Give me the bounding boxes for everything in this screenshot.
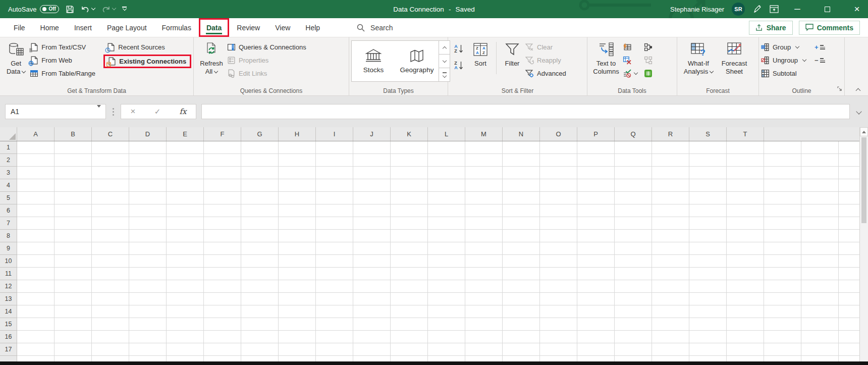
column-header-q[interactable]: Q xyxy=(615,127,652,141)
geography-button[interactable]: Geography xyxy=(395,41,439,81)
column-header-f[interactable]: F xyxy=(204,127,241,141)
row-header-2[interactable]: 2 xyxy=(0,154,17,167)
row-header-5[interactable]: 5 xyxy=(0,192,17,204)
select-all-button[interactable] xyxy=(0,127,17,141)
row-header-13[interactable]: 13 xyxy=(0,293,17,305)
column-header-n[interactable]: N xyxy=(503,127,540,141)
scrollbar-thumb[interactable] xyxy=(861,137,866,223)
redo-button[interactable] xyxy=(101,5,116,13)
undo-button[interactable] xyxy=(81,5,95,13)
row-header-8[interactable]: 8 xyxy=(0,230,17,242)
column-header-i[interactable]: I xyxy=(316,127,353,141)
row-header-11[interactable]: 11 xyxy=(0,268,17,280)
reapply-filter-button[interactable]: Reapply xyxy=(525,56,582,65)
hide-detail-button[interactable]: − xyxy=(815,56,833,65)
row-header-14[interactable]: 14 xyxy=(0,305,17,318)
confirm-entry-button[interactable]: ✓ xyxy=(154,107,161,116)
show-detail-button[interactable]: + xyxy=(815,42,833,52)
manage-data-model-button[interactable] xyxy=(644,69,661,78)
row-header-3[interactable]: 3 xyxy=(0,167,17,179)
row-header-16[interactable]: 16 xyxy=(0,331,17,343)
get-data-button[interactable]: Get Data xyxy=(2,39,30,76)
forecast-sheet-button[interactable]: Forecast Sheet xyxy=(718,39,751,76)
ribbon-display-options-icon[interactable] xyxy=(770,5,779,13)
clear-filter-button[interactable]: Clear xyxy=(525,42,582,52)
row-header-12[interactable]: 12 xyxy=(0,280,17,293)
what-if-analysis-button[interactable]: ? What-If Analysis xyxy=(679,39,718,76)
subtotal-button[interactable]: Subtotal xyxy=(761,69,815,78)
tab-home[interactable]: Home xyxy=(33,18,67,37)
column-header-k[interactable]: K xyxy=(391,127,428,141)
recent-sources-button[interactable]: Recent Sources xyxy=(106,42,191,52)
column-header-l[interactable]: L xyxy=(428,127,465,141)
ungroup-button[interactable]: Ungroup xyxy=(761,56,815,65)
tab-file[interactable]: File xyxy=(6,18,33,37)
comments-button[interactable]: Comments xyxy=(799,21,860,35)
row-header-6[interactable]: 6 xyxy=(0,204,17,217)
tab-help[interactable]: Help xyxy=(298,18,328,37)
scroll-up-button[interactable] xyxy=(860,127,868,136)
search-control[interactable]: Search xyxy=(357,18,393,37)
group-button[interactable]: Group xyxy=(761,42,815,52)
share-button[interactable]: Share xyxy=(749,21,793,35)
column-header-a[interactable]: A xyxy=(17,127,55,141)
expand-formula-bar-button[interactable] xyxy=(856,109,861,114)
collapse-ribbon-button[interactable] xyxy=(856,88,861,93)
column-header-c[interactable]: C xyxy=(92,127,129,141)
sort-ascending-button[interactable]: A Z xyxy=(454,42,463,56)
save-icon[interactable] xyxy=(66,5,74,14)
tab-insert[interactable]: Insert xyxy=(67,18,99,37)
close-button[interactable]: × xyxy=(846,0,868,18)
formula-input[interactable] xyxy=(201,104,850,119)
text-to-columns-button[interactable]: Text to Columns xyxy=(589,39,623,76)
tab-view[interactable]: View xyxy=(267,18,298,37)
filter-button[interactable]: Filter xyxy=(499,39,525,68)
column-header-g[interactable]: G xyxy=(241,127,279,141)
name-box[interactable]: A1 xyxy=(5,104,106,119)
existing-connections-button[interactable]: Existing Connections xyxy=(107,57,187,66)
column-header-r[interactable]: R xyxy=(652,127,689,141)
cancel-entry-button[interactable]: × xyxy=(131,107,136,117)
column-header-h[interactable]: H xyxy=(279,127,316,141)
column-header-m[interactable]: M xyxy=(465,127,503,141)
column-header-j[interactable]: J xyxy=(353,127,391,141)
customize-quick-access-toolbar-button[interactable] xyxy=(122,7,127,12)
from-web-button[interactable]: From Web xyxy=(30,56,106,65)
advanced-filter-button[interactable]: Advanced xyxy=(525,69,582,78)
coming-soon-pen-icon[interactable] xyxy=(752,5,762,14)
from-text-csv-button[interactable]: From Text/CSV xyxy=(30,42,106,52)
column-header-e[interactable]: E xyxy=(167,127,204,141)
column-header-o[interactable]: O xyxy=(540,127,577,141)
minimize-button[interactable]: ─ xyxy=(786,0,808,18)
maximize-button[interactable] xyxy=(816,0,838,18)
edit-links-button[interactable]: Edit Links xyxy=(227,69,341,78)
insert-function-button[interactable]: fx xyxy=(179,107,186,116)
consolidate-button[interactable] xyxy=(644,42,661,52)
autosave-toggle[interactable]: Off xyxy=(40,5,59,13)
formula-bar-resize-handle[interactable] xyxy=(113,111,114,113)
row-header-17[interactable]: 17 xyxy=(0,343,17,356)
remove-duplicates-button[interactable] xyxy=(623,56,644,65)
row-header-15[interactable]: 15 xyxy=(0,318,17,331)
autosave-control[interactable]: AutoSave Off xyxy=(8,5,59,13)
vertical-scrollbar[interactable] xyxy=(859,127,868,361)
column-header-t[interactable]: T xyxy=(727,127,764,141)
sort-descending-button[interactable]: Z A xyxy=(454,59,463,72)
tab-formulas[interactable]: Formulas xyxy=(154,18,199,37)
name-box-dropdown[interactable] xyxy=(92,108,105,116)
user-avatar[interactable]: SR xyxy=(732,3,745,16)
row-header-10[interactable]: 10 xyxy=(0,255,17,268)
properties-button[interactable]: Properties xyxy=(227,56,341,65)
flash-fill-button[interactable] xyxy=(623,42,644,52)
outline-dialog-launcher[interactable] xyxy=(837,84,842,93)
relationships-button[interactable] xyxy=(644,56,661,65)
row-header-1[interactable]: 1 xyxy=(0,141,17,154)
column-header-d[interactable]: D xyxy=(129,127,167,141)
tab-data[interactable]: Data xyxy=(199,18,229,37)
from-table-range-button[interactable]: From Table/Range xyxy=(30,69,106,78)
column-header-p[interactable]: P xyxy=(577,127,615,141)
queries-and-connections-button[interactable]: Queries & Connections xyxy=(227,42,341,52)
refresh-all-button[interactable]: Refresh All xyxy=(196,39,227,76)
cell-area[interactable] xyxy=(17,141,859,361)
sort-button[interactable]: Z A A Z Sort xyxy=(467,39,494,68)
